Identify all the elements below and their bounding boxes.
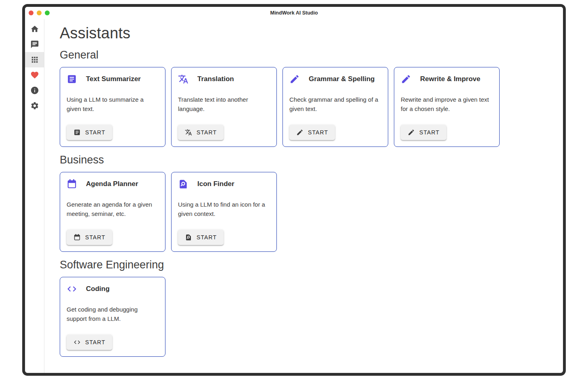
translate-icon	[185, 129, 192, 136]
card-row-software-engineering: Coding Get coding and debugging support …	[60, 277, 553, 357]
start-button[interactable]: START	[401, 125, 446, 140]
code-icon	[67, 284, 77, 294]
find-in-page-icon	[185, 234, 192, 241]
card-description: Using a LLM to find an icon for a given …	[178, 200, 270, 218]
start-button[interactable]: START	[178, 230, 224, 245]
main-content: Assistants General Text Summarizer Using…	[44, 19, 563, 373]
pencil-icon	[401, 74, 411, 84]
card-row-general: Text Summarizer Using a LLM to summarize…	[60, 67, 553, 147]
card-title: Text Summarizer	[86, 75, 141, 83]
apps-grid-icon	[30, 55, 39, 64]
assistant-card-rewrite-improve: Rewrite & Improve Rewrite and improve a …	[394, 67, 500, 147]
settings-gear-icon	[30, 101, 39, 110]
assistant-card-grammar-spelling: Grammar & Spelling Check grammar and spe…	[282, 67, 388, 147]
minimize-window-button[interactable]	[37, 10, 42, 15]
card-description: Using a LLM to summarize a given text.	[67, 95, 159, 113]
start-button[interactable]: START	[178, 125, 224, 140]
card-description: Generate an agenda for a given meeting, …	[67, 200, 159, 218]
window-title: MindWork AI Studio	[25, 10, 563, 16]
sidebar-item-chats[interactable]	[25, 37, 44, 52]
card-title: Rewrite & Improve	[420, 75, 480, 83]
heart-icon	[30, 71, 39, 80]
translate-icon	[178, 74, 188, 84]
card-title: Grammar & Spelling	[309, 75, 375, 83]
pencil-icon	[296, 129, 303, 136]
start-button[interactable]: START	[67, 125, 112, 140]
app-window: MindWork AI Studio Assistants	[22, 4, 566, 376]
section-title-general: General	[60, 49, 553, 61]
chat-icon	[30, 40, 39, 49]
calendar-icon	[67, 179, 77, 189]
pencil-icon	[408, 129, 415, 136]
sidebar	[25, 19, 44, 373]
start-button[interactable]: START	[67, 335, 112, 350]
sidebar-item-info[interactable]	[25, 83, 44, 98]
section-title-business: Business	[60, 154, 553, 166]
close-window-button[interactable]	[29, 10, 33, 15]
calendar-icon	[73, 234, 81, 241]
article-icon	[67, 74, 77, 84]
pencil-icon	[289, 74, 300, 84]
card-title: Agenda Planner	[86, 180, 138, 188]
card-title: Coding	[86, 285, 110, 293]
section-title-software-engineering: Software Engineering	[60, 259, 553, 271]
find-in-page-icon	[178, 179, 188, 189]
page-title: Assistants	[60, 25, 553, 42]
card-description: Check grammar and spelling of a given te…	[289, 95, 381, 113]
card-description: Rewrite and improve a given text for a c…	[401, 95, 493, 113]
info-icon	[30, 86, 39, 95]
sidebar-item-assistants[interactable]	[25, 52, 44, 67]
sidebar-item-favorites[interactable]	[25, 67, 44, 83]
card-description: Get coding and debugging support from a …	[67, 305, 159, 323]
home-icon	[30, 25, 39, 33]
article-icon	[73, 129, 81, 136]
assistant-card-agenda-planner: Agenda Planner Generate an agenda for a …	[60, 172, 165, 252]
traffic-lights	[25, 10, 50, 15]
card-row-business: Agenda Planner Generate an agenda for a …	[60, 172, 553, 252]
assistant-card-translation: Translation Translate text into another …	[171, 67, 277, 147]
code-icon	[73, 339, 81, 346]
title-bar: MindWork AI Studio	[25, 7, 563, 19]
card-title: Translation	[197, 75, 234, 83]
card-title: Icon Finder	[197, 180, 234, 188]
sidebar-item-settings[interactable]	[25, 98, 44, 113]
card-description: Translate text into another language.	[178, 95, 270, 113]
start-button[interactable]: START	[67, 230, 112, 245]
sidebar-item-home[interactable]	[25, 21, 44, 37]
assistant-card-coding: Coding Get coding and debugging support …	[60, 277, 165, 357]
assistant-card-text-summarizer: Text Summarizer Using a LLM to summarize…	[60, 67, 165, 147]
start-button[interactable]: START	[289, 125, 335, 140]
assistant-card-icon-finder: Icon Finder Using a LLM to find an icon …	[171, 172, 277, 252]
zoom-window-button[interactable]	[45, 10, 50, 15]
